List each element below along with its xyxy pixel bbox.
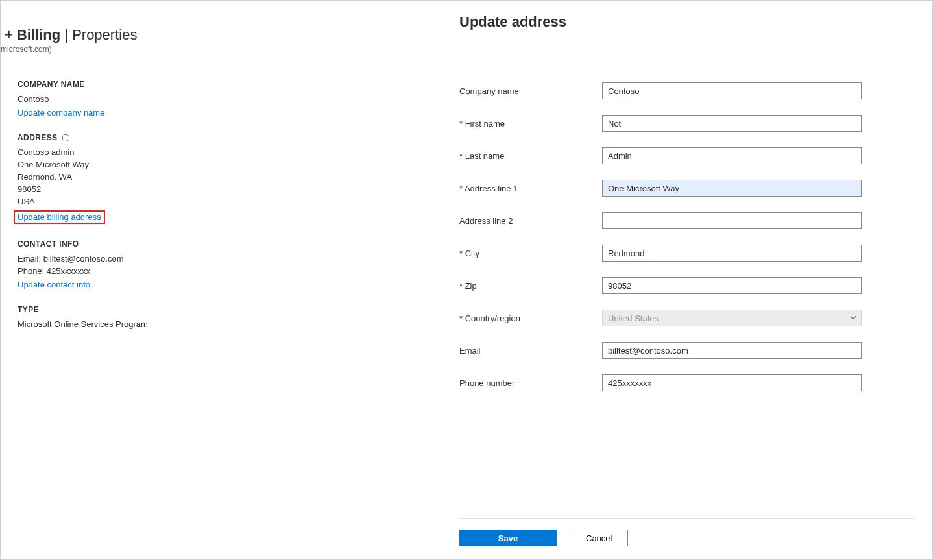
company-name-input[interactable] [602,82,862,99]
last-name-input[interactable] [602,147,862,164]
type-section: TYPE Microsoft Online Services Program [1,305,442,330]
address-header: ADDRESS [18,133,442,142]
last-name-label: * Last name [459,151,602,161]
address2-row: Address line 2 [459,212,914,229]
address-line: Redmond, WA [18,171,442,183]
panel-footer: Save Cancel [459,518,914,559]
zip-input[interactable] [602,277,862,294]
email-row: Email [459,342,914,359]
zip-row: * Zip [459,277,914,294]
address1-label: * Address line 1 [459,184,602,193]
properties-panel: + Billing | Properties microsoft.com) CO… [1,1,442,559]
phone-label: Phone number [459,378,602,388]
email-label: Email [459,346,602,356]
company-section: COMPANY NAME Contoso Update company name [1,80,442,117]
email-input[interactable] [602,342,862,359]
panel-title: Update address [459,14,914,30]
update-billing-address-link[interactable]: Update billing address [14,210,105,224]
save-button[interactable]: Save [459,530,557,546]
update-address-panel: Update address Company name * First name… [441,1,932,559]
country-select[interactable]: United States [602,310,862,326]
type-header: TYPE [18,305,442,314]
country-select-wrap: United States [602,310,862,326]
address-line: One Microsoft Way [18,158,442,171]
cancel-button[interactable]: Cancel [570,530,628,546]
phone-input[interactable] [602,374,862,391]
info-icon[interactable] [61,133,70,142]
country-row: * Country/region United States [459,310,914,326]
page-title: + Billing | Properties [1,27,442,43]
address2-input[interactable] [602,212,862,229]
first-name-row: * First name [459,115,914,132]
type-value: Microsoft Online Services Program [18,318,442,330]
svg-point-2 [66,136,66,136]
contact-header: CONTACT INFO [18,239,442,249]
zip-label: * Zip [459,281,602,291]
company-header: COMPANY NAME [18,80,442,89]
update-contact-info-link[interactable]: Update contact info [18,280,90,289]
company-value: Contoso [18,93,442,105]
address-line: 98052 [18,183,442,195]
update-company-name-link[interactable]: Update company name [18,108,104,117]
city-input[interactable] [602,245,862,262]
contact-email: Email: billtest@contoso.com [18,252,442,265]
company-name-row: Company name [459,82,914,99]
first-name-input[interactable] [602,115,862,132]
first-name-label: * First name [459,119,602,128]
last-name-row: * Last name [459,147,914,164]
company-name-label: Company name [459,86,602,96]
address-line: USA [18,195,442,208]
address2-label: Address line 2 [459,216,602,226]
city-label: * City [459,249,602,258]
address1-row: * Address line 1 [459,180,914,197]
contact-section: CONTACT INFO Email: billtest@contoso.com… [1,239,442,289]
address-line: Contoso admin [18,146,442,158]
page-subtitle: microsoft.com) [1,45,442,54]
address-section: ADDRESS Contoso admin One Microsoft Way … [1,133,442,224]
phone-row: Phone number [459,374,914,391]
form: Company name * First name * Last name * … [459,82,914,518]
city-row: * City [459,245,914,262]
address1-input[interactable] [602,180,862,197]
contact-phone: Phone: 425xxxxxxx [18,265,442,277]
country-label: * Country/region [459,313,602,323]
